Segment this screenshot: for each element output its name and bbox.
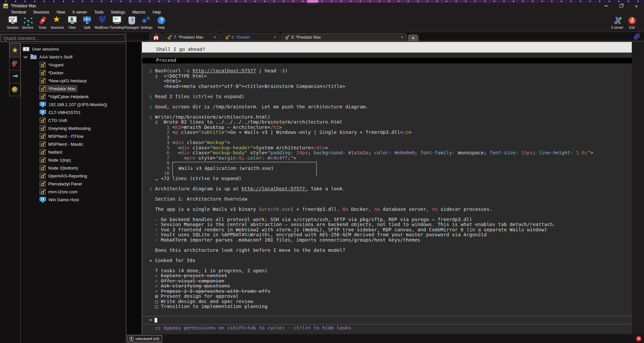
- session-item-openvas-reporting[interactable]: OpenVAS-Reporting: [21, 172, 126, 180]
- menu-item-help[interactable]: Help: [149, 10, 164, 15]
- toolbar-right-group: X serverExit: [610, 15, 639, 32]
- toolbar-session-button[interactable]: Session: [5, 15, 20, 32]
- swiss-knife-icon: [12, 60, 18, 67]
- session-item-docker[interactable]: *Docker: [21, 69, 126, 77]
- menu-item-macros[interactable]: Macros: [129, 10, 149, 15]
- terminal-line: □ Transition to implementation planning: [142, 304, 632, 309]
- toolbar-packages-button[interactable]: Packages: [124, 15, 139, 32]
- session-item-clt-vmhost01[interactable]: CLT-VMHOST01: [21, 108, 126, 116]
- terminal-output[interactable]: Shall I go ahead? Proceed ▯ Bash(curl -s…: [142, 41, 632, 334]
- maximize-button[interactable]: [614, 3, 629, 9]
- terminal-line: □ Write design doc and spec review: [142, 299, 632, 304]
- toolbar-settings-button[interactable]: Settings: [139, 15, 154, 32]
- terminal-line: ■ Present design for approval: [142, 294, 632, 299]
- session-item-mspnerd-mautic[interactable]: MSPNerd - Mautic: [21, 140, 126, 148]
- toolbar-split-button[interactable]: Split: [80, 15, 94, 32]
- toolbar-help-button[interactable]: Help: [154, 15, 169, 32]
- rail-globe-button[interactable]: [9, 83, 20, 96]
- session-item-node-2-bottom[interactable]: Node 2(bottom): [21, 164, 126, 172]
- tab-close-icon[interactable]: ×: [397, 35, 403, 40]
- minimize-button[interactable]: [598, 3, 614, 9]
- tab-close-icon[interactable]: ×: [270, 35, 276, 40]
- terminal-line: 5 <div class="mockup-header">System Arch…: [142, 145, 632, 151]
- session-item-pterodactyl-panel[interactable]: Pterodactyl Panel: [21, 180, 126, 188]
- user-sessions-folder-icon: [23, 47, 29, 51]
- tree-folder-aaa-vantz-s-stuff[interactable]: AAA Vantz's Stuff: [21, 53, 126, 61]
- tree-root-user-sessions[interactable]: User sessions: [21, 45, 126, 53]
- menu-item-sessions[interactable]: Sessions: [29, 10, 53, 15]
- session-item-mspnerd-itflow[interactable]: MSPNerd - ITFlow: [21, 132, 126, 140]
- toolbar-view-button[interactable]: View: [65, 15, 80, 32]
- rdp-monitor-icon: [40, 102, 46, 107]
- new-tab-button[interactable]: +: [408, 34, 418, 41]
- session-item-netbird[interactable]: Netbird: [21, 148, 126, 156]
- terminal-line: ✳ Cooked for 59s: [142, 258, 632, 263]
- toolbar-sessions-button[interactable]: Sessions: [50, 15, 65, 32]
- rail-tools-button[interactable]: [9, 57, 20, 70]
- session-item-rmm-t2cnc-com[interactable]: rmm.t2cnc.com: [21, 188, 126, 196]
- toolbar-label: Help: [154, 26, 169, 29]
- menu-item-x-server[interactable]: X server: [69, 10, 91, 15]
- key-icon: [40, 62, 46, 68]
- session-tree: User sessionsAAA Vantz's Stuff*Asgard*Do…: [20, 43, 126, 343]
- tab-8-docker[interactable]: 8. *Docker×: [221, 33, 280, 41]
- session-item-label: OpenVAS-Reporting: [48, 173, 87, 178]
- session-item-192-168-1-107-ups-monitor[interactable]: 192.168.1.107 ([UPS-Monitor]): [21, 100, 126, 108]
- terminal-line: [142, 243, 632, 248]
- session-item-label: Greyming Webhosting: [48, 126, 90, 131]
- session-item-node-1-top[interactable]: Node 1(top): [21, 156, 126, 164]
- session-item-greyming-webhosting[interactable]: Greyming Webhosting: [21, 124, 126, 132]
- terminal-line: 2 <p class="subtitle">Go + Wails v3 | Wi…: [142, 130, 632, 135]
- menu-item-terminal[interactable]: Terminal: [7, 10, 29, 15]
- rail-send-button[interactable]: [9, 70, 20, 83]
- tab-9-predator-mac[interactable]: 9. *Predator Mac×: [281, 33, 407, 41]
- tab-7-predator-mac[interactable]: 7. *Predator Mac×: [163, 33, 220, 41]
- split-grid-icon: [82, 16, 92, 25]
- menu-item-tools[interactable]: Tools: [91, 10, 107, 15]
- toolbar-tools-button[interactable]: Tools: [35, 15, 50, 32]
- terminal-line: - Session Manager is the central abstrac…: [142, 222, 632, 227]
- menu-bar: TerminalSessionsViewX serverToolsSetting…: [0, 9, 644, 15]
- session-monitor-icon: [8, 16, 18, 25]
- session-item-label: MSPNerd - Mautic: [48, 142, 83, 147]
- tab-label: 8. *Docker: [232, 35, 250, 40]
- terminal-line: - MobaXTerm importer parses .mobaconf IN…: [142, 238, 632, 243]
- terminal-line: The app is a single Wails v3 binary (wra…: [142, 207, 632, 212]
- toolbar-label: Exit: [625, 26, 639, 29]
- toolbar-left-group: SessionServersToolsSessionsViewSplitMult…: [5, 15, 169, 32]
- menu-item-view[interactable]: View: [53, 10, 69, 15]
- session-item-vigilcyber-helpdesk[interactable]: *VigilCyber-Helpdesk: [21, 93, 126, 100]
- sidebar-rail: ★: [9, 43, 20, 343]
- toolbar-servers-button[interactable]: Servers: [20, 15, 35, 32]
- session-item-win-game-host[interactable]: Win Game Host: [21, 196, 126, 204]
- session-item-asgard[interactable]: *Asgard: [21, 61, 126, 69]
- user-session-button[interactable]: vstockwell (x3): [127, 335, 162, 342]
- session-item-new-cp01-heistacp[interactable]: *New-cp01-heistacp: [21, 77, 126, 85]
- terminal-line: ▯ Good, screen dir is /tmp/brainstorm. L…: [142, 104, 632, 110]
- toolbar-x-server-button[interactable]: X server: [610, 15, 625, 32]
- attach-paperclip-icon[interactable]: [633, 32, 641, 40]
- tab-close-icon[interactable]: ×: [210, 35, 216, 40]
- terminal-prompt[interactable]: >: [142, 316, 632, 324]
- key-icon: [40, 133, 46, 139]
- close-button[interactable]: ×: [629, 3, 644, 9]
- toolbar: SessionServersToolsSessionsViewSplitMult…: [0, 15, 644, 32]
- chevron-down-icon[interactable]: [23, 54, 28, 58]
- taskbar-active-indicator: [307, 0, 318, 2]
- toolbar-label: View: [65, 26, 80, 29]
- session-item-ctg-unifi[interactable]: CTG Unifi: [21, 116, 126, 124]
- sidebar-body: ★ User sessionsAAA Vantz's Stuff*Asgard*…: [0, 43, 126, 343]
- toolbar-tunneling-button[interactable]: Tunneling: [109, 15, 124, 32]
- rail-sessions-button[interactable]: ★: [9, 43, 20, 57]
- bottom-status-bar: vstockwell (x3) ×: [126, 334, 644, 343]
- toolbar-multiexec-button[interactable]: MultiExec: [94, 15, 109, 32]
- notification-close-button[interactable]: ×: [636, 336, 641, 341]
- tab-home[interactable]: [150, 33, 162, 41]
- quick-connect-input[interactable]: [1, 34, 125, 42]
- text-cursor: [155, 318, 157, 323]
- session-item-predator-mac[interactable]: *Predator Mac: [21, 85, 126, 93]
- menu-item-settings[interactable]: Settings: [107, 10, 129, 15]
- key-icon: [40, 78, 46, 84]
- terminal-line: 8: [142, 161, 632, 166]
- toolbar-exit-button[interactable]: Exit: [625, 15, 639, 32]
